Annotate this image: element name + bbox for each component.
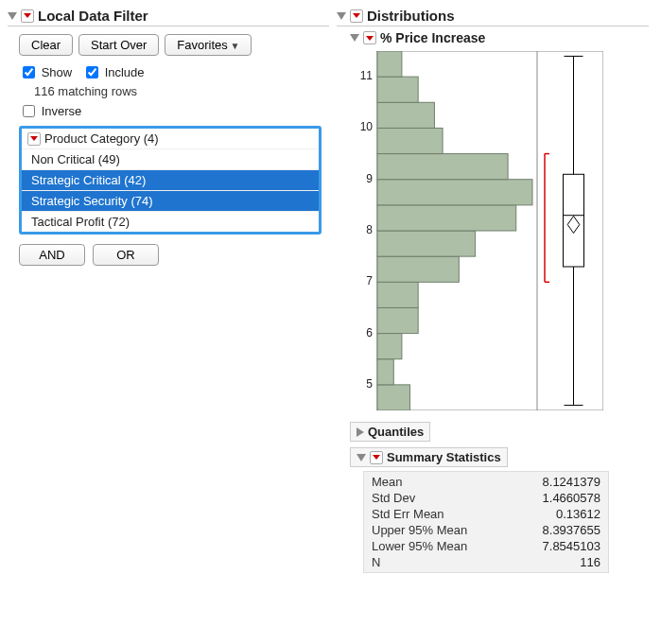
histogram-chart <box>376 51 537 410</box>
stat-label: Mean <box>372 475 504 489</box>
inverse-checkbox-label[interactable]: Inverse <box>19 104 81 118</box>
svg-rect-9 <box>377 180 532 205</box>
svg-rect-13 <box>377 77 418 102</box>
start-over-button[interactable]: Start Over <box>78 34 159 56</box>
or-button[interactable]: OR <box>93 244 159 266</box>
svg-rect-2 <box>377 359 393 385</box>
list-item[interactable]: Non Critical (49) <box>22 148 319 169</box>
axis-tick-label: 5 <box>366 377 373 391</box>
boxplot-chart <box>537 51 603 410</box>
include-label: Include <box>105 65 145 79</box>
summary-label: Summary Statistics <box>387 450 501 464</box>
red-menu-icon[interactable] <box>370 451 383 464</box>
table-row: Mean8.1241379 <box>364 474 608 490</box>
stat-value: 0.13612 <box>504 507 600 521</box>
disclosure-icon[interactable] <box>350 34 359 42</box>
axis-tick-label: 9 <box>366 172 373 185</box>
favorites-button[interactable]: Favorites <box>165 34 252 56</box>
show-checkbox-label[interactable]: Show <box>19 65 76 79</box>
stat-label: Upper 95% Mean <box>372 523 504 537</box>
show-label: Show <box>42 65 73 79</box>
svg-rect-8 <box>377 205 516 231</box>
panel-title: Distributions <box>367 8 455 24</box>
stat-label: Std Dev <box>372 491 504 505</box>
disclosure-icon[interactable] <box>357 454 366 461</box>
stat-value: 7.8545103 <box>504 539 600 553</box>
red-menu-icon[interactable] <box>363 31 376 44</box>
panel-title: Local Data Filter <box>38 8 148 24</box>
summary-section-header[interactable]: Summary Statistics <box>350 447 508 467</box>
list-item[interactable]: Tactical Profit (72) <box>22 211 319 232</box>
summary-statistics-table: Mean8.1241379Std Dev1.4660578Std Err Mea… <box>363 471 609 573</box>
listbox-title: Product Category (4) <box>44 131 159 146</box>
clear-button[interactable]: Clear <box>19 34 73 56</box>
and-button[interactable]: AND <box>19 244 85 266</box>
inverse-label: Inverse <box>42 104 82 118</box>
stat-value: 116 <box>504 555 600 569</box>
svg-rect-12 <box>377 102 434 128</box>
svg-rect-5 <box>377 282 418 307</box>
svg-rect-19 <box>564 174 584 267</box>
axis-tick-label: 10 <box>360 120 373 133</box>
disclosure-icon[interactable] <box>337 12 346 20</box>
axis-tick-label: 6 <box>366 326 373 339</box>
stat-value: 8.3937655 <box>504 523 600 537</box>
variable-title: % Price Increase <box>380 30 485 45</box>
inverse-checkbox[interactable] <box>23 105 35 117</box>
red-menu-icon[interactable] <box>27 132 41 146</box>
axis-tick-label: 11 <box>360 69 373 82</box>
include-checkbox[interactable] <box>86 66 98 78</box>
axis-tick-label: 8 <box>366 223 373 236</box>
table-row: Std Err Mean0.13612 <box>364 506 608 522</box>
table-row: Upper 95% Mean8.3937655 <box>364 522 608 538</box>
svg-rect-10 <box>377 154 508 180</box>
table-row: Lower 95% Mean7.8545103 <box>364 538 608 554</box>
red-menu-icon[interactable] <box>21 9 34 23</box>
svg-rect-3 <box>377 334 402 359</box>
include-checkbox-label[interactable]: Include <box>82 65 145 79</box>
svg-rect-14 <box>377 51 402 77</box>
product-category-listbox[interactable]: Product Category (4) Non Critical (49)St… <box>19 126 322 235</box>
matching-rows-label: 116 matching rows <box>34 84 329 98</box>
show-checkbox[interactable] <box>23 66 35 78</box>
distributions-panel: Distributions % Price Increase 567891011… <box>337 8 649 573</box>
svg-rect-4 <box>377 307 418 333</box>
disclosure-icon[interactable] <box>357 427 364 437</box>
red-menu-icon[interactable] <box>350 9 363 23</box>
quantiles-label: Quantiles <box>368 425 424 439</box>
svg-rect-11 <box>377 128 443 153</box>
stat-value: 8.1241379 <box>504 475 600 489</box>
local-data-filter-panel: Local Data Filter Clear Start Over Favor… <box>8 8 329 266</box>
disclosure-icon[interactable] <box>8 12 17 20</box>
histogram-y-axis: 567891011 <box>350 51 376 410</box>
svg-rect-7 <box>377 231 476 256</box>
list-item[interactable]: Strategic Security (74) <box>22 190 319 211</box>
stat-label: N <box>372 555 504 569</box>
table-row: N116 <box>364 554 608 570</box>
stat-value: 1.4660578 <box>504 491 600 505</box>
axis-tick-label: 7 <box>366 274 373 287</box>
list-item[interactable]: Strategic Critical (42) <box>22 169 319 190</box>
svg-rect-1 <box>377 385 410 410</box>
stat-label: Lower 95% Mean <box>372 539 504 553</box>
svg-rect-6 <box>377 256 459 282</box>
stat-label: Std Err Mean <box>372 507 504 521</box>
quantiles-section-header[interactable]: Quantiles <box>350 422 430 442</box>
table-row: Std Dev1.4660578 <box>364 490 608 506</box>
